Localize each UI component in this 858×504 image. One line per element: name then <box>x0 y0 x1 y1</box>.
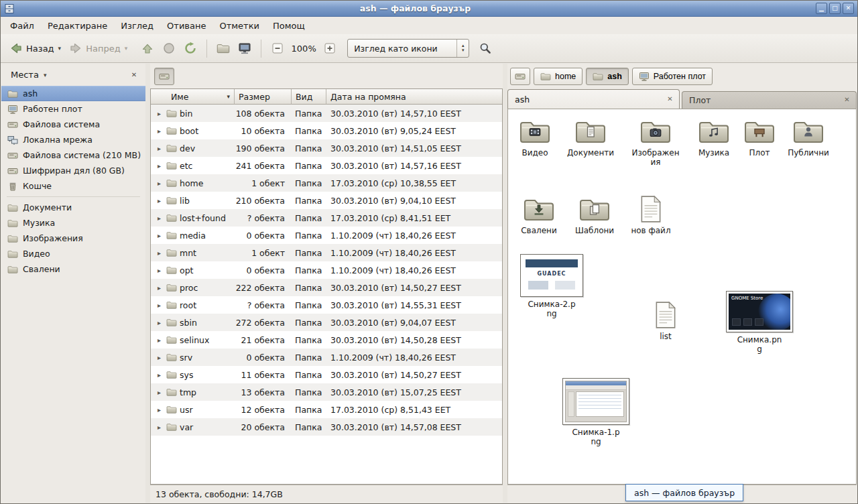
sidebar-item-music[interactable]: Музика <box>1 215 145 231</box>
expander-icon[interactable]: ▸ <box>155 389 164 396</box>
tree-row-media[interactable]: ▸media0 обектаПапка1.10.2009 (чт) 18,40,… <box>151 227 502 244</box>
tree-row-boot[interactable]: ▸boot10 обектаПапка30.03.2010 (вт) 9,05,… <box>151 122 502 139</box>
zoom-out-button[interactable] <box>267 39 288 58</box>
column-header-type[interactable]: Вид <box>292 89 326 105</box>
tree-row-tmp[interactable]: ▸tmp13 обектаПапка30.03.2010 (вт) 15,07,… <box>151 383 502 401</box>
tree-row-sbin[interactable]: ▸sbin272 обектаПапка30.03.2010 (вт) 9,04… <box>151 314 502 331</box>
maximize-button[interactable]: □ <box>829 3 841 14</box>
titlebar[interactable]: ash — файлов браузър ▁ □ ✕ <box>1 1 857 17</box>
pane-splitter-left[interactable] <box>145 64 150 503</box>
sidebar-mode-select[interactable]: Места ▾ <box>7 68 50 82</box>
sidebar-item-documents[interactable]: Документи <box>1 200 145 215</box>
zoom-in-button[interactable] <box>319 39 341 58</box>
expander-icon[interactable]: ▸ <box>155 127 164 135</box>
file-item-snimka[interactable]: GNOME StoreСнимка.png <box>725 291 794 355</box>
file-item-images[interactable]: Изображения <box>630 117 681 168</box>
sidebar-close-button[interactable]: ✕ <box>128 69 140 81</box>
tree-row-selinux[interactable]: ▸selinux21 обектаПапка30.03.2010 (вт) 14… <box>151 331 502 349</box>
expander-icon[interactable]: ▸ <box>155 424 164 431</box>
tree-row-lib[interactable]: ▸lib210 обектаПапка30.03.2010 (вт) 9,04,… <box>151 192 502 209</box>
menu-file[interactable]: Файл <box>3 18 41 34</box>
up-button[interactable] <box>137 39 158 58</box>
home-button[interactable] <box>212 39 234 58</box>
tree-row-srv[interactable]: ▸srv0 обектаПапка1.10.2009 (чт) 18,40,26… <box>151 349 502 366</box>
tree-row-mnt[interactable]: ▸mnt1 обектПапка1.10.2009 (чт) 18,40,26 … <box>151 244 502 261</box>
sidebar-item-ash[interactable]: ash <box>1 86 145 101</box>
file-item-music[interactable]: Музика <box>688 117 739 158</box>
tree-row-etc[interactable]: ▸etc241 обектаПапка30.03.2010 (вт) 14,57… <box>151 157 502 174</box>
path-button-filesystem[interactable] <box>510 68 530 85</box>
file-item-desktop[interactable]: Плот <box>734 117 785 158</box>
forward-button[interactable]: Напред ▾ <box>65 39 131 58</box>
expander-icon[interactable]: ▸ <box>155 162 164 170</box>
expander-icon[interactable]: ▸ <box>155 302 164 309</box>
expander-icon[interactable]: ▸ <box>155 267 164 274</box>
expander-icon[interactable]: ▸ <box>155 371 164 379</box>
menu-view[interactable]: Изглед <box>114 18 160 34</box>
sidebar-item-filesystem[interactable]: Файлова система <box>1 117 145 132</box>
expander-icon[interactable]: ▸ <box>155 145 164 152</box>
minimize-button[interactable]: ▁ <box>816 3 827 14</box>
expander-icon[interactable]: ▸ <box>155 249 164 257</box>
column-header-date[interactable]: Дата на промяна <box>326 89 502 105</box>
menu-help[interactable]: Помощ <box>266 18 312 34</box>
sidebar-item-video[interactable]: Видео <box>1 246 145 261</box>
expander-icon[interactable]: ▸ <box>155 197 164 204</box>
view-mode-select[interactable]: Изглед като икони ▴▾ <box>347 39 469 58</box>
tree-row-opt[interactable]: ▸opt0 обектаПапка1.10.2009 (чт) 18,40,26… <box>151 261 502 279</box>
path-button-root[interactable] <box>154 68 174 85</box>
stop-button[interactable] <box>158 39 180 58</box>
sidebar-item-local-network[interactable]: Локална мрежа <box>1 132 145 147</box>
expander-icon[interactable]: ▸ <box>155 319 164 326</box>
expander-icon[interactable]: ▸ <box>155 284 164 292</box>
expander-icon[interactable]: ▸ <box>155 214 164 222</box>
expander-icon[interactable]: ▸ <box>155 354 164 361</box>
file-item-downloads[interactable]: Свалени <box>513 195 564 235</box>
column-header-name[interactable]: Име ▾ <box>151 89 235 105</box>
file-item-templates[interactable]: Шаблони <box>569 195 620 235</box>
back-button[interactable]: Назад ▾ <box>5 39 65 58</box>
file-item-public[interactable]: Публични <box>783 117 834 158</box>
tree-row-bin[interactable]: ▸bin108 обектаПапка30.03.2010 (вт) 14,57… <box>151 105 502 122</box>
sidebar-item-trash[interactable]: Кошче <box>1 178 145 194</box>
menu-edit[interactable]: Редактиране <box>41 18 114 34</box>
path-button-desktop[interactable]: Работен плот <box>632 68 713 85</box>
tab-close-icon[interactable]: ✕ <box>842 95 852 105</box>
expander-icon[interactable]: ▸ <box>155 110 164 117</box>
file-item-snimka-1[interactable]: Снимка-1.png <box>561 378 631 447</box>
computer-button[interactable] <box>234 39 255 58</box>
tree-row-var[interactable]: ▸var20 обектаПапка30.03.2010 (вт) 14,57,… <box>151 418 502 436</box>
sidebar-item-encrypted-80gb[interactable]: Шифриран дял (80 GB) <box>1 163 145 178</box>
search-button[interactable] <box>475 39 496 58</box>
column-header-size[interactable]: Размер <box>235 89 292 105</box>
tree-row-root[interactable]: ▸root? обектаПапка30.03.2010 (вт) 14,55,… <box>151 296 502 314</box>
menu-bookmarks[interactable]: Отметки <box>212 18 265 34</box>
combo-spinner-icon[interactable]: ▴▾ <box>456 40 469 57</box>
tab-desktop[interactable]: Плот ✕ <box>682 91 857 109</box>
tab-ash[interactable]: ash ✕ <box>507 89 680 109</box>
file-item-snimka-2[interactable]: GUADECСнимка-2.png <box>517 254 587 319</box>
path-button-ash[interactable]: ash <box>586 68 629 85</box>
tree-row-usr[interactable]: ▸usr12 обектаПапка17.03.2010 (ср) 8,51,4… <box>151 401 502 418</box>
tree-row-lost+found[interactable]: ▸lost+found? обектаПапка17.03.2010 (ср) … <box>151 209 502 227</box>
tree-row-home[interactable]: ▸home1 обектПапка17.03.2010 (ср) 10,38,5… <box>151 174 502 192</box>
pane-splitter-right[interactable] <box>503 64 507 503</box>
tab-close-icon[interactable]: ✕ <box>665 94 675 105</box>
file-item-documents[interactable]: Документи <box>565 117 616 158</box>
sidebar-item-images[interactable]: Изображения <box>1 231 145 246</box>
expander-icon[interactable]: ▸ <box>155 406 164 414</box>
file-item-list[interactable]: list <box>640 301 691 341</box>
sidebar-item-downloads[interactable]: Свалени <box>1 261 145 277</box>
sidebar-item-filesystem-210mb[interactable]: Файлова система (210 MB) <box>1 147 145 163</box>
file-item-new-file[interactable]: нов файл <box>625 195 676 235</box>
close-button[interactable]: ✕ <box>843 3 854 14</box>
path-button-home[interactable]: home <box>534 68 583 85</box>
back-dropdown-icon[interactable]: ▾ <box>58 45 62 52</box>
file-item-video[interactable]: Видео <box>509 117 560 158</box>
sidebar-item-desktop[interactable]: Работен плот <box>1 101 145 117</box>
expander-icon[interactable]: ▸ <box>155 180 164 187</box>
expander-icon[interactable]: ▸ <box>155 232 164 239</box>
tree-row-sys[interactable]: ▸sys11 обектаПапка30.03.2010 (вт) 14,50,… <box>151 366 502 383</box>
reload-button[interactable] <box>180 39 201 58</box>
icon-view[interactable]: ВидеоДокументиИзображенияМузикаПлотПубли… <box>507 109 857 485</box>
